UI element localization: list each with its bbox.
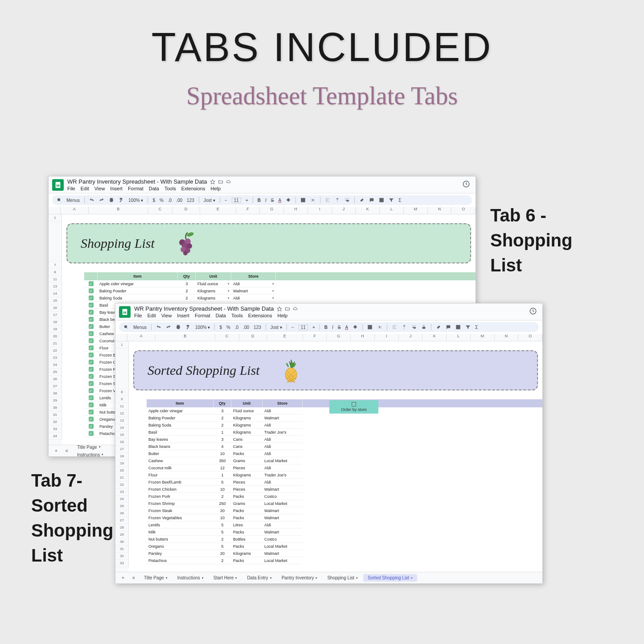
all-sheets-button[interactable]: ≡ xyxy=(62,447,72,455)
col-header-I[interactable]: I xyxy=(308,207,332,214)
row-header[interactable]: 25 xyxy=(115,503,129,510)
cell-item[interactable]: Baking Soda xyxy=(147,422,213,429)
dec-increase-button[interactable]: .00 xyxy=(176,198,182,203)
cell-qty[interactable]: 350 xyxy=(213,457,231,464)
undo-icon[interactable] xyxy=(89,197,94,203)
cell-store[interactable]: Trader Joe's xyxy=(263,429,303,436)
fontsize-input[interactable]: 11 xyxy=(299,324,308,330)
checkbox[interactable] xyxy=(89,338,94,343)
paint-icon[interactable] xyxy=(185,324,191,330)
table-row[interactable]: Frozen Chicken10PiecesWalmart xyxy=(147,486,542,493)
cell-unit[interactable]: Packs xyxy=(231,514,263,521)
search-icon[interactable] xyxy=(57,197,62,203)
row-header[interactable]: 13 xyxy=(115,417,129,424)
cell-item[interactable]: Baking Soda xyxy=(98,295,178,302)
col-header-K[interactable]: K xyxy=(356,207,380,214)
sheet-tab[interactable]: Sorted Shopping List ▾ xyxy=(363,574,417,582)
cell-item[interactable]: Frozen Chicken xyxy=(147,486,213,493)
cell-qty[interactable]: 5 xyxy=(213,479,231,486)
col-header-C[interactable]: C xyxy=(215,334,239,341)
cell-store-dropdown[interactable]: Walmart▾ xyxy=(231,287,276,295)
rotate-icon[interactable] xyxy=(421,324,427,330)
link-icon[interactable] xyxy=(436,324,441,330)
percent-button[interactable]: % xyxy=(226,325,230,330)
cell-item[interactable]: Pistachios xyxy=(147,557,213,564)
checkbox[interactable] xyxy=(89,388,94,393)
checkbox[interactable] xyxy=(89,281,94,286)
sheet-tab[interactable]: Data Entry ▾ xyxy=(242,574,276,582)
cell-qty[interactable]: 1 xyxy=(213,472,231,479)
cell-item[interactable]: Frozen Steak xyxy=(147,507,213,514)
row-header[interactable]: 11 xyxy=(49,276,62,283)
row-header[interactable]: 30 xyxy=(49,404,62,411)
cell-item[interactable]: Coconut milk xyxy=(147,464,213,472)
col-header-F[interactable]: F xyxy=(303,334,327,341)
cell-qty[interactable]: 10 xyxy=(213,450,231,457)
cell-item[interactable]: Black beans xyxy=(147,443,213,450)
cell-item[interactable]: Apple cider vinegar xyxy=(98,280,178,287)
checkbox[interactable] xyxy=(89,431,94,436)
table-row[interactable]: Baking Soda2Kilograms▾Aldi▾ xyxy=(84,295,476,302)
row-header[interactable]: 20 xyxy=(49,333,62,340)
filter-icon[interactable] xyxy=(389,197,394,203)
row-header[interactable]: 23 xyxy=(115,488,129,496)
currency-button[interactable]: $ xyxy=(152,198,155,203)
number-format-button[interactable]: 123 xyxy=(187,198,194,203)
textcolor-button[interactable]: A xyxy=(345,325,348,330)
row-header[interactable]: 32 xyxy=(49,418,62,426)
row-header[interactable]: 24 xyxy=(115,496,129,503)
cell-store[interactable]: Aldi xyxy=(263,407,303,414)
checkbox[interactable] xyxy=(89,395,94,400)
comment-icon[interactable] xyxy=(446,324,451,330)
col-header-D[interactable]: D xyxy=(172,207,201,214)
row-header[interactable]: 17 xyxy=(115,446,129,453)
menu-format[interactable]: Format xyxy=(195,313,210,318)
cell-item[interactable]: Flour xyxy=(147,472,213,479)
sheet-tab[interactable]: Start Here ▾ xyxy=(209,574,242,582)
add-sheet-button[interactable]: + xyxy=(51,447,61,455)
menu-edit[interactable]: Edit xyxy=(81,186,89,191)
strike-button[interactable]: S xyxy=(338,325,341,330)
cell-item[interactable]: Baking Powder xyxy=(98,287,178,295)
wrap-icon[interactable] xyxy=(345,197,350,203)
menu-data[interactable]: Data xyxy=(149,186,159,191)
filter-icon[interactable] xyxy=(465,324,471,330)
table-row[interactable]: Basil1KilogramsTrader Joe's xyxy=(147,429,542,436)
col-header-N[interactable]: N xyxy=(428,207,452,214)
doc-title[interactable]: WR Pantry Inventory Spreadsheet - With S… xyxy=(67,178,207,185)
sheet-tab[interactable]: Shopping List ▾ xyxy=(323,574,362,582)
cell-qty[interactable]: 2 xyxy=(213,422,231,429)
col-header-C[interactable]: C xyxy=(148,207,172,214)
valign-icon[interactable] xyxy=(335,197,340,203)
col-header-K[interactable]: K xyxy=(422,334,447,341)
col-header-H[interactable]: H xyxy=(284,207,308,214)
table-row[interactable]: Frozen Shrimp250GramsLocal Market xyxy=(147,500,542,507)
print-icon[interactable] xyxy=(109,197,114,203)
checkbox[interactable] xyxy=(89,353,94,357)
cell-item[interactable]: Butter xyxy=(147,450,213,457)
table-row[interactable]: Baking Powder2Kilograms▾Walmart▾ xyxy=(84,287,476,295)
col-header-M[interactable]: M xyxy=(404,207,428,214)
star-icon[interactable] xyxy=(210,179,215,185)
row-header[interactable]: 27 xyxy=(115,517,129,524)
chart-icon[interactable] xyxy=(379,197,384,203)
cell-store[interactable]: Walmart xyxy=(263,486,303,493)
paint-icon[interactable] xyxy=(119,197,124,203)
cell-store[interactable]: Local Market xyxy=(263,457,303,464)
star-icon[interactable] xyxy=(277,306,282,312)
col-header-H[interactable]: H xyxy=(351,334,375,341)
cloud-icon[interactable] xyxy=(293,306,298,312)
table-row[interactable]: Black beans4CansAldi xyxy=(147,443,542,450)
cell-item[interactable]: Apple cider vinegar xyxy=(147,407,213,414)
merge-icon[interactable] xyxy=(377,324,382,330)
col-header-O[interactable]: O xyxy=(518,334,542,341)
cell-unit-dropdown[interactable]: Fluid ounce▾ xyxy=(196,280,231,287)
cell-item[interactable]: Cashew xyxy=(147,457,213,464)
menus-button[interactable]: Menus xyxy=(133,325,147,330)
currency-button[interactable]: $ xyxy=(219,325,222,330)
italic-button[interactable]: I xyxy=(265,198,267,203)
menu-help[interactable]: Help xyxy=(210,186,221,191)
checkbox[interactable] xyxy=(352,402,356,406)
row-header[interactable]: 34 xyxy=(49,433,62,440)
row-header[interactable]: 18 xyxy=(49,319,62,326)
